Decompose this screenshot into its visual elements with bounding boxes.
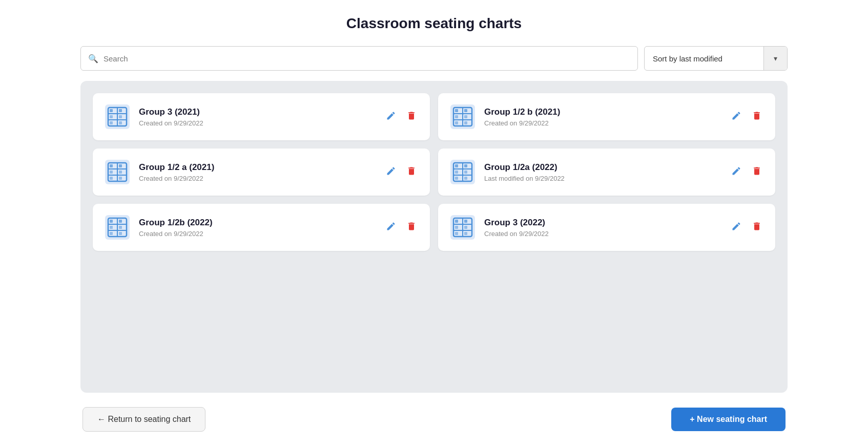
cards-grid: Group 3 (2021) Created on 9/29/2022: [93, 93, 775, 251]
card-title: Group 3 (2022): [484, 218, 721, 228]
list-item: Group 1/2a (2022) Last modified on 9/29/…: [438, 148, 775, 196]
card-info: Group 1/2a (2022) Last modified on 9/29/…: [484, 162, 721, 182]
pencil-icon: [386, 111, 396, 123]
search-wrapper: 🔍: [80, 46, 638, 71]
edit-button[interactable]: [729, 164, 743, 181]
delete-button[interactable]: [750, 109, 764, 125]
edit-button[interactable]: [384, 109, 398, 125]
grid-container: Group 3 (2021) Created on 9/29/2022: [80, 81, 788, 393]
svg-rect-30: [119, 171, 122, 174]
seating-chart-icon: [449, 159, 476, 185]
svg-rect-65: [464, 232, 467, 235]
svg-rect-52: [119, 226, 122, 229]
card-subtitle: Created on 9/29/2022: [139, 230, 376, 238]
card-info: Group 3 (2022) Created on 9/29/2022: [484, 218, 721, 238]
delete-button[interactable]: [404, 109, 419, 125]
svg-rect-63: [464, 226, 467, 229]
bottom-bar: ← Return to seating chart + New seating …: [80, 407, 788, 432]
svg-rect-19: [464, 115, 467, 118]
card-actions: [384, 219, 419, 236]
svg-rect-39: [464, 164, 467, 167]
top-bar: 🔍 Sort by last modified ▾: [80, 46, 788, 71]
svg-rect-16: [455, 109, 458, 112]
card-title: Group 1/2a (2022): [484, 162, 721, 173]
svg-rect-27: [110, 164, 113, 167]
svg-rect-40: [455, 171, 458, 174]
list-item: Group 1/2 a (2021) Created on 9/29/2022: [93, 148, 430, 196]
svg-rect-17: [464, 109, 467, 112]
trash-icon: [406, 221, 417, 234]
svg-rect-29: [110, 171, 113, 174]
card-title: Group 1/2 b (2021): [484, 107, 721, 117]
pencil-icon: [386, 166, 396, 179]
card-actions: [384, 109, 419, 125]
list-item: Group 3 (2021) Created on 9/29/2022: [93, 93, 430, 140]
trash-icon: [406, 166, 417, 179]
edit-button[interactable]: [729, 109, 743, 125]
seating-chart-icon: [104, 103, 131, 130]
pencil-icon: [731, 166, 741, 179]
card-actions: [384, 164, 419, 181]
delete-button[interactable]: [750, 219, 764, 236]
return-button[interactable]: ← Return to seating chart: [82, 407, 205, 432]
svg-rect-50: [119, 220, 122, 223]
new-seating-chart-button[interactable]: + New seating chart: [671, 408, 786, 431]
card-subtitle: Last modified on 9/29/2022: [484, 175, 721, 182]
svg-rect-38: [455, 164, 458, 167]
edit-button[interactable]: [384, 164, 398, 181]
seating-chart-icon: [449, 214, 476, 241]
seating-chart-icon: [449, 103, 476, 130]
svg-rect-53: [110, 232, 113, 235]
chevron-down-icon[interactable]: ▾: [763, 46, 787, 71]
card-actions: [729, 164, 764, 181]
list-item: Group 3 (2022) Created on 9/29/2022: [438, 204, 775, 251]
card-subtitle: Created on 9/29/2022: [139, 175, 376, 182]
pencil-icon: [731, 221, 741, 234]
search-input[interactable]: [104, 54, 630, 63]
delete-button[interactable]: [404, 219, 419, 236]
svg-rect-49: [110, 220, 113, 223]
pencil-icon: [731, 111, 741, 123]
card-info: Group 1/2b (2022) Created on 9/29/2022: [139, 218, 376, 238]
svg-rect-32: [119, 177, 122, 180]
edit-button[interactable]: [729, 219, 743, 236]
delete-button[interactable]: [404, 164, 419, 181]
trash-icon: [752, 111, 762, 123]
card-info: Group 3 (2021) Created on 9/29/2022: [139, 107, 376, 127]
svg-rect-21: [464, 121, 467, 124]
svg-rect-60: [455, 220, 458, 223]
svg-rect-8: [119, 115, 122, 118]
trash-icon: [406, 111, 417, 123]
trash-icon: [752, 221, 762, 234]
pencil-icon: [386, 221, 396, 234]
list-item: Group 1/2 b (2021) Created on 9/29/2022: [438, 93, 775, 140]
svg-rect-7: [110, 115, 113, 118]
svg-rect-62: [455, 226, 458, 229]
svg-rect-42: [455, 177, 458, 180]
svg-rect-6: [119, 109, 122, 112]
list-item: Group 1/2b (2022) Created on 9/29/2022: [93, 204, 430, 251]
sort-dropdown[interactable]: Sort by last modified ▾: [644, 46, 788, 71]
card-info: Group 1/2 a (2021) Created on 9/29/2022: [139, 162, 376, 182]
svg-rect-61: [464, 220, 467, 223]
trash-icon: [752, 166, 762, 179]
seating-chart-icon: [104, 214, 131, 241]
svg-rect-31: [110, 177, 113, 180]
seating-chart-icon: [104, 159, 131, 185]
card-subtitle: Created on 9/29/2022: [484, 119, 721, 127]
svg-rect-41: [464, 171, 467, 174]
card-subtitle: Created on 9/29/2022: [139, 119, 376, 127]
card-title: Group 1/2 a (2021): [139, 162, 376, 173]
svg-rect-51: [110, 226, 113, 229]
sort-label: Sort by last modified: [645, 54, 763, 63]
svg-rect-43: [464, 177, 467, 180]
svg-rect-20: [455, 121, 458, 124]
delete-button[interactable]: [750, 164, 764, 181]
svg-rect-9: [110, 121, 113, 124]
edit-button[interactable]: [384, 219, 398, 236]
svg-rect-64: [455, 232, 458, 235]
svg-rect-54: [119, 232, 122, 235]
page-title: Classroom seating charts: [346, 15, 522, 32]
card-actions: [729, 219, 764, 236]
svg-rect-28: [119, 164, 122, 167]
